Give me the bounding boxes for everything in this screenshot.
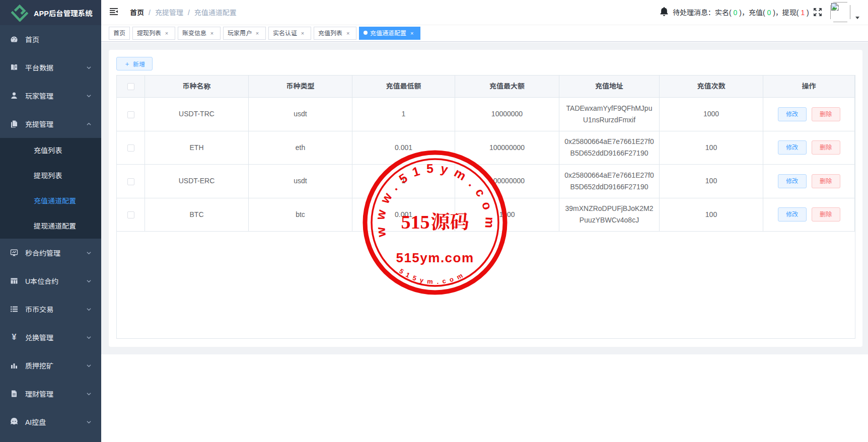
svg-text:515ym.com: 515ym.com [396,250,474,265]
svg-text:515源码: 515源码 [401,206,469,234]
